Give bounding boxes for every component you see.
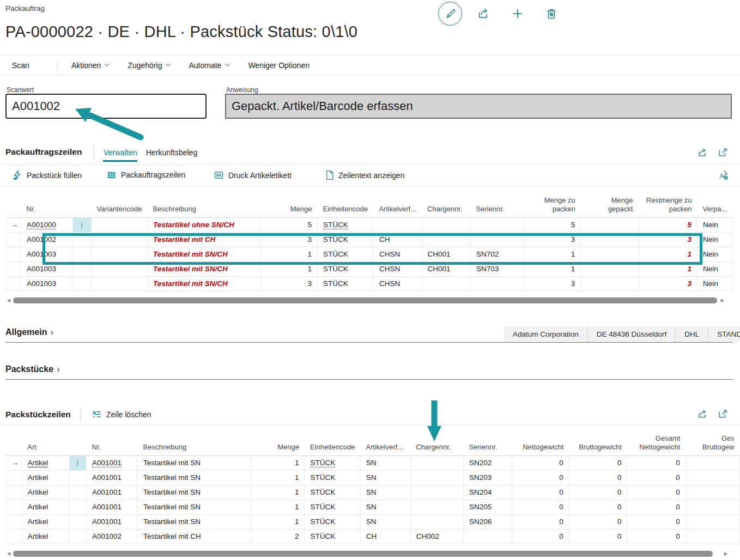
- menu-item-scan[interactable]: Scan: [12, 61, 29, 70]
- pack-lines-expand-button[interactable]: [718, 409, 728, 419]
- cell-chargennr[interactable]: [410, 514, 463, 529]
- col-header-menge_gepackt[interactable]: Menge gepackt: [581, 187, 639, 217]
- col-header-nettogewicht[interactable]: Nettogewicht: [512, 425, 569, 455]
- cell-art[interactable]: Artikel: [22, 485, 69, 500]
- col-header-ges_bruttogew[interactable]: Ges Bruttogew: [686, 425, 739, 455]
- packauftragszeilen-button[interactable]: Packauftragszeilen: [107, 170, 185, 180]
- cell-ges_bruttogew[interactable]: [686, 485, 739, 500]
- summary-tile-carrier[interactable]: DHL: [675, 326, 708, 342]
- cell-gesamt_nettogewicht[interactable]: 0: [627, 485, 686, 500]
- summary-tile-address[interactable]: DE 48436 Düsseldorf: [587, 326, 675, 342]
- cell-restmenge_zu_packen[interactable]: 3: [638, 276, 697, 291]
- col-header-artikelverf[interactable]: Artikelverf...: [373, 187, 422, 217]
- cell-einheitencode[interactable]: STÜCK: [305, 485, 360, 500]
- cell-beschreibung[interactable]: Testartikel mit SN: [138, 455, 252, 470]
- cell-nr[interactable]: A001003: [21, 247, 72, 261]
- cell-beschreibung[interactable]: Testartikel mit CH: [138, 529, 252, 544]
- cell-nr[interactable]: A001001: [87, 455, 138, 470]
- cell-nettogewicht[interactable]: 0: [512, 529, 569, 544]
- cell-seriennr[interactable]: SN205: [464, 500, 512, 514]
- zeile-loeschen-button[interactable]: Zeile löschen: [92, 409, 151, 419]
- cell-art[interactable]: Artikel: [22, 500, 69, 514]
- col-header-restmenge_zu_packen[interactable]: Restmenge zu packen: [638, 187, 697, 217]
- cell-nr[interactable]: A001003: [21, 261, 72, 276]
- col-header-menge[interactable]: Menge: [261, 187, 317, 217]
- cell-einheitencode[interactable]: STÜCK: [305, 470, 360, 485]
- lines-share-button[interactable]: [697, 147, 708, 158]
- pack-lines-share-button[interactable]: [697, 409, 708, 419]
- cell-menge_zu_packen[interactable]: 3: [524, 276, 580, 291]
- cell-gesamt_nettogewicht[interactable]: 0: [627, 514, 686, 529]
- cell-seriennr[interactable]: SN203: [464, 470, 512, 485]
- cell-artikelverf[interactable]: CHSN: [373, 276, 422, 291]
- cell-artikelverf[interactable]: SN: [360, 514, 410, 529]
- cell-beschreibung[interactable]: Testartikel mit SN: [138, 485, 252, 500]
- tab-herkunftsbeleg[interactable]: Herkunftsbeleg: [146, 148, 197, 157]
- col-header-seriennr[interactable]: Seriennr.: [471, 187, 524, 217]
- cell-chargennr[interactable]: [422, 232, 471, 247]
- cell-ges_bruttogew[interactable]: [686, 529, 739, 544]
- cell-menge_zu_packen[interactable]: 1: [524, 261, 580, 276]
- col-header-verpa[interactable]: Verpa...: [697, 187, 733, 217]
- col-header-beschreibung[interactable]: Beschreibung: [147, 187, 261, 217]
- packstueck-fuellen-button[interactable]: Packstück füllen: [12, 170, 82, 180]
- cell-ges_bruttogew[interactable]: [686, 514, 739, 529]
- cell-nr[interactable]: A001001: [87, 500, 138, 514]
- allgemein-section-header[interactable]: Allgemein›: [5, 327, 53, 338]
- cell-artikelverf[interactable]: SN: [360, 485, 410, 500]
- col-header-gesamt_nettogewicht[interactable]: Gesamt Nettogewicht: [627, 425, 686, 455]
- col-header-bruttogewicht[interactable]: Bruttogewicht: [569, 425, 627, 455]
- cell-menge_gepackt[interactable]: [581, 247, 639, 261]
- new-button[interactable]: [511, 7, 524, 20]
- cell-nr[interactable]: A001002: [87, 529, 138, 544]
- scanwert-input[interactable]: [5, 94, 207, 119]
- scroll-right-arrow[interactable]: ►: [719, 296, 726, 304]
- cell-art[interactable]: Artikel: [22, 470, 69, 485]
- scroll-right-arrow[interactable]: ►: [723, 550, 729, 557]
- cell-seriennr[interactable]: [471, 232, 524, 247]
- cell-nettogewicht[interactable]: 0: [512, 470, 569, 485]
- edit-button[interactable]: [438, 2, 462, 26]
- menu-item-automate[interactable]: Automate: [189, 61, 231, 70]
- cell-menge_gepackt[interactable]: [581, 232, 639, 247]
- cell-ges_bruttogew[interactable]: [686, 455, 739, 470]
- col-header-chargennr[interactable]: Chargennr.: [422, 187, 471, 217]
- cell-menge[interactable]: 1: [252, 470, 305, 485]
- menu-item-aktionen[interactable]: Aktionen: [71, 61, 110, 70]
- cell-chargennr[interactable]: [410, 455, 463, 470]
- cell-verpa[interactable]: Nein: [697, 217, 733, 232]
- cell-artikelverf[interactable]: CHSN: [373, 247, 422, 261]
- cell-restmenge_zu_packen[interactable]: 1: [638, 247, 697, 261]
- cell-bruttogewicht[interactable]: 0: [569, 500, 627, 514]
- cell-einheitencode[interactable]: STÜCK: [317, 232, 373, 247]
- cell-beschreibung[interactable]: Testartikel mit SN/CH: [147, 247, 261, 261]
- cell-nr[interactable]: A001001: [87, 470, 138, 485]
- cell-menge[interactable]: 1: [261, 247, 317, 261]
- cell-variantencode[interactable]: [92, 217, 148, 232]
- cell-menge[interactable]: 5: [261, 217, 317, 232]
- cell-seriennr[interactable]: SN206: [464, 514, 512, 529]
- cell-beschreibung[interactable]: Testartikel mit SN: [138, 500, 252, 514]
- cell-chargennr[interactable]: CH001: [422, 247, 471, 261]
- cell-seriennr[interactable]: SN204: [464, 485, 512, 500]
- cell-seriennr[interactable]: [464, 529, 512, 544]
- col-header-einheitencode[interactable]: Einheitencode: [317, 187, 373, 217]
- cell-einheitencode[interactable]: STÜCK: [317, 247, 373, 261]
- cell-artikelverf[interactable]: SN: [360, 500, 410, 514]
- cell-ges_bruttogew[interactable]: [686, 500, 739, 514]
- cell-seriennr[interactable]: SN702: [471, 247, 524, 261]
- cell-einheitencode[interactable]: STÜCK: [305, 529, 360, 544]
- cell-menge_gepackt[interactable]: [581, 276, 639, 291]
- col-header-variantencode[interactable]: Variantencode: [92, 187, 148, 217]
- cell-chargennr[interactable]: CH001: [422, 261, 471, 276]
- cell-verpa[interactable]: Nein: [697, 276, 733, 291]
- cell-einheitencode[interactable]: STÜCK: [317, 217, 373, 232]
- packstuecke-section-header[interactable]: Packstücke›: [5, 364, 60, 375]
- zeilentext-anzeigen-button[interactable]: Zeilentext anzeigen: [325, 170, 404, 180]
- cell-nr[interactable]: A001001: [87, 514, 138, 529]
- cell-gesamt_nettogewicht[interactable]: 0: [627, 529, 686, 544]
- summary-tile-customer[interactable]: Adatum Corporation: [504, 326, 587, 342]
- cell-beschreibung[interactable]: Testartikel mit SN: [138, 470, 252, 485]
- lines-horizontal-scrollbar[interactable]: ◄ ►: [5, 296, 733, 304]
- menu-item-zugehoerig[interactable]: Zugehörig: [128, 61, 171, 70]
